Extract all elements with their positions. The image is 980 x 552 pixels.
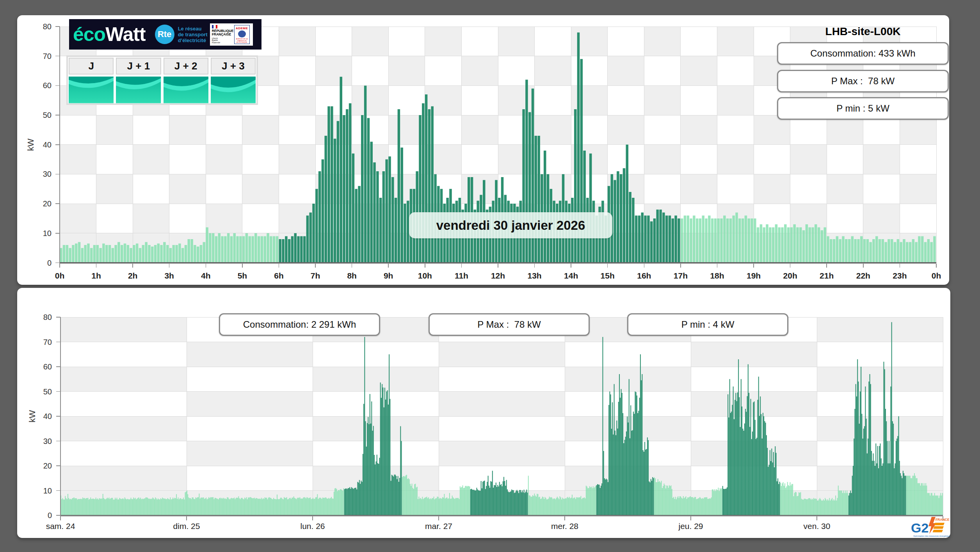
svg-text:3h: 3h bbox=[164, 271, 174, 280]
svg-text:mar. 27: mar. 27 bbox=[425, 522, 452, 531]
svg-text:0: 0 bbox=[47, 259, 52, 267]
svg-text:30: 30 bbox=[43, 437, 52, 446]
svg-text:10: 10 bbox=[43, 486, 52, 495]
svg-text:20h: 20h bbox=[783, 271, 797, 280]
svg-text:sam. 24: sam. 24 bbox=[46, 522, 75, 531]
svg-text:kW: kW bbox=[26, 138, 36, 151]
svg-text:50: 50 bbox=[43, 111, 52, 119]
svg-text:70: 70 bbox=[43, 338, 52, 346]
svg-text:9h: 9h bbox=[384, 271, 393, 280]
svg-text:7h: 7h bbox=[311, 271, 320, 280]
svg-text:0h: 0h bbox=[55, 271, 65, 280]
svg-text:0: 0 bbox=[48, 511, 52, 520]
svg-text:lun. 26: lun. 26 bbox=[300, 522, 325, 531]
svg-text:60: 60 bbox=[43, 81, 52, 90]
svg-text:20: 20 bbox=[43, 461, 52, 470]
svg-text:22h: 22h bbox=[856, 271, 870, 280]
svg-text:21h: 21h bbox=[820, 271, 834, 280]
svg-text:10: 10 bbox=[43, 229, 52, 238]
svg-text:12h: 12h bbox=[491, 271, 505, 280]
svg-text:80: 80 bbox=[43, 22, 52, 31]
svg-text:FRANCE: FRANCE bbox=[936, 518, 950, 522]
svg-text:4h: 4h bbox=[201, 271, 211, 280]
svg-text:1h: 1h bbox=[91, 271, 101, 280]
svg-text:40: 40 bbox=[43, 140, 52, 149]
svg-text:10h: 10h bbox=[418, 271, 432, 280]
svg-text:5h: 5h bbox=[238, 271, 247, 280]
svg-text:19h: 19h bbox=[747, 271, 761, 280]
svg-text:kW: kW bbox=[27, 410, 37, 422]
svg-text:30: 30 bbox=[43, 170, 52, 178]
svg-text:14h: 14h bbox=[564, 271, 578, 280]
svg-text:17h: 17h bbox=[674, 271, 688, 280]
svg-text:ven. 30: ven. 30 bbox=[804, 522, 831, 531]
svg-text:80: 80 bbox=[43, 313, 52, 321]
svg-text:mer. 28: mer. 28 bbox=[551, 522, 578, 531]
svg-text:20: 20 bbox=[43, 199, 52, 208]
svg-text:15h: 15h bbox=[601, 271, 615, 280]
svg-text:40: 40 bbox=[43, 412, 52, 421]
svg-text:60: 60 bbox=[43, 362, 52, 371]
svg-text:dim. 25: dim. 25 bbox=[173, 522, 200, 531]
svg-text:50: 50 bbox=[43, 387, 52, 396]
svg-text:23h: 23h bbox=[893, 271, 907, 280]
svg-text:2h: 2h bbox=[128, 271, 138, 280]
svg-text:G2: G2 bbox=[911, 520, 928, 535]
svg-text:Optimisation des ressources én: Optimisation des ressources énergétiques bbox=[913, 535, 950, 537]
svg-text:18h: 18h bbox=[710, 271, 724, 280]
svg-text:11h: 11h bbox=[455, 271, 468, 280]
svg-text:8h: 8h bbox=[347, 271, 357, 280]
svg-text:13h: 13h bbox=[528, 271, 542, 280]
svg-text:70: 70 bbox=[43, 52, 52, 60]
svg-text:0h: 0h bbox=[932, 271, 941, 280]
svg-text:16h: 16h bbox=[637, 271, 651, 280]
svg-text:6h: 6h bbox=[274, 271, 284, 280]
svg-text:jeu. 29: jeu. 29 bbox=[678, 522, 703, 531]
